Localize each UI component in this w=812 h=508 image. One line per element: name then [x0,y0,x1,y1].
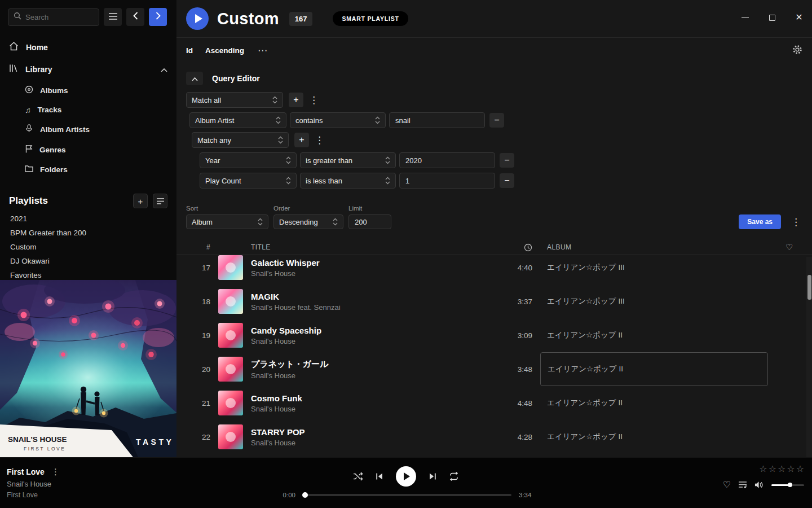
table-row[interactable]: 19 Candy SpaceshipSnail's House 3:09 エイリ… [176,318,812,352]
repeat-button[interactable] [449,472,459,481]
volume-button[interactable] [754,481,764,489]
nav-back-button[interactable] [126,8,144,26]
rule-group-menu-button[interactable]: ⋮ [307,94,321,106]
close-button[interactable]: ✕ [794,12,804,23]
save-menu-button[interactable]: ⋮ [789,216,803,228]
next-track-button[interactable] [429,472,436,480]
rule-value-input[interactable] [389,112,485,128]
add-group-rule-button[interactable]: + [294,133,309,147]
table-row[interactable]: 21 Cosmo FunkSnail's House 4:48 エイリアン☆ポッ… [176,386,812,420]
sidebar-item-home[interactable]: Home [0,36,176,58]
table-row[interactable]: 18 MAGIKSnail's House feat. Sennzai 3:37… [176,284,812,318]
sidebar-item-label: Folders [40,165,68,174]
more-options-button[interactable]: ⋯ [258,45,268,56]
select-value: Play Count [205,177,241,185]
rule-field-select[interactable]: Album Artist [189,112,286,128]
player-right-controls: ♡ [723,480,804,489]
group-rule-operator-select[interactable]: is less than [300,173,396,189]
remove-group-rule-button[interactable]: − [500,173,514,188]
table-row[interactable]: 22 STARRY POPSnail's House 4:28 エイリアン☆ポッ… [176,420,812,454]
column-favorite[interactable]: ♡ [776,242,803,252]
group-rule-operator-select[interactable]: is greater than [300,152,396,168]
limit-input[interactable] [348,214,391,229]
previous-track-button[interactable] [376,472,383,480]
track-number: 17 [186,264,210,272]
track-menu-button[interactable]: ⋮ [51,467,60,477]
track-album: エイリアン☆ポップ II [540,420,768,454]
table-header: # TITLE ALBUM ♡ [176,240,812,255]
sidebar-item-genres[interactable]: Genres [0,139,176,160]
list-toolbar: Id Ascending ⋯ [176,38,812,63]
star-icon[interactable]: ☆ [769,465,776,474]
seek-thumb[interactable] [302,492,308,498]
clock-icon [524,243,532,252]
queue-button[interactable] [738,481,747,489]
minimize-button[interactable] [740,12,750,23]
volume-slider[interactable] [771,484,804,486]
save-as-button[interactable]: Save as [739,214,781,229]
search-box[interactable] [8,8,99,26]
match-type-select[interactable]: Match all [186,92,283,108]
play-pause-button[interactable] [396,466,416,487]
home-icon [9,42,19,52]
chevron-up-icon [161,65,167,74]
group-menu-button[interactable]: ⋮ [312,134,326,146]
track-artist: Snail's House [251,371,491,380]
sort-select[interactable]: Album [186,214,268,229]
remove-rule-button[interactable]: − [489,113,504,128]
play-playlist-button[interactable] [186,7,209,30]
column-duration[interactable] [498,243,532,252]
minimize-icon [742,17,749,18]
playlist-item[interactable]: DJ Okawari [0,254,176,268]
group-rule-field-select[interactable]: Play Count [200,173,297,189]
track-number: 18 [186,297,210,306]
star-icon[interactable]: ☆ [796,465,804,474]
add-rule-button[interactable]: + [289,93,303,107]
table-row[interactable]: 20 プラネット・ガールSnail's House 3:48 エイリアン☆ポップ… [176,352,812,386]
settings-button[interactable] [792,45,802,57]
sort-label: Sort [186,205,268,212]
seek-bar: 0:00 3:34 [280,492,535,498]
favorite-button[interactable]: ♡ [723,480,731,489]
group-match-type-select[interactable]: Match any [192,132,289,148]
menu-button[interactable] [104,8,122,26]
volume-thumb[interactable] [788,483,792,487]
column-title[interactable]: TITLE [251,243,491,251]
sort-direction-button[interactable]: Ascending [205,46,244,55]
sidebar-item-folders[interactable]: Folders [0,160,176,179]
playlist-item[interactable]: Custom [0,240,176,254]
now-playing-artwork[interactable]: SNAIL'S HOUSE FIRST LOVE TASTY [0,280,176,457]
rule-operator-select[interactable]: contains [290,112,386,128]
track-album: エイリアン☆ポップ II [540,386,768,420]
group-rule-value-input[interactable] [399,173,495,189]
query-editor: Query Editor Match all + ⋮ Album Artist … [176,72,812,189]
sidebar-item-tracks[interactable]: ♫ Tracks [0,100,176,119]
sidebar-item-album-artists[interactable]: Album Artists [0,119,176,139]
playlist-item[interactable]: BPM Greater than 200 [0,226,176,240]
group-rule-field-select[interactable]: Year [200,152,297,168]
remove-group-rule-button[interactable]: − [500,153,514,168]
column-album[interactable]: ALBUM [540,243,768,251]
playlist-list-button[interactable] [153,194,167,208]
group-rule-value-input[interactable] [399,152,495,168]
nav-forward-button[interactable] [149,8,167,26]
sidebar-item-albums[interactable]: Albums [0,80,176,100]
star-icon[interactable]: ☆ [787,465,795,474]
playlist-item[interactable]: 2021 [0,212,176,226]
collapse-query-editor-button[interactable] [186,72,203,85]
table-row[interactable]: 17 Galactic WhisperSnail's House 4:40 エイ… [176,255,812,284]
star-icon[interactable]: ☆ [778,465,785,474]
track-count-badge: 167 [289,12,313,26]
seek-track[interactable] [303,494,511,496]
star-icon[interactable]: ☆ [759,465,767,474]
order-select[interactable]: Descending [273,214,343,229]
column-index[interactable]: # [186,243,210,251]
maximize-button[interactable] [767,12,777,23]
sidebar-item-library[interactable]: Library [0,58,176,80]
select-value: Descending [279,218,318,226]
add-playlist-button[interactable]: + [133,194,148,208]
scrollbar-thumb[interactable] [807,275,811,300]
sort-field-button[interactable]: Id [186,46,193,55]
track-album-focused-cell[interactable]: エイリアン☆ポップ II [540,352,768,386]
shuffle-button[interactable] [353,472,363,481]
